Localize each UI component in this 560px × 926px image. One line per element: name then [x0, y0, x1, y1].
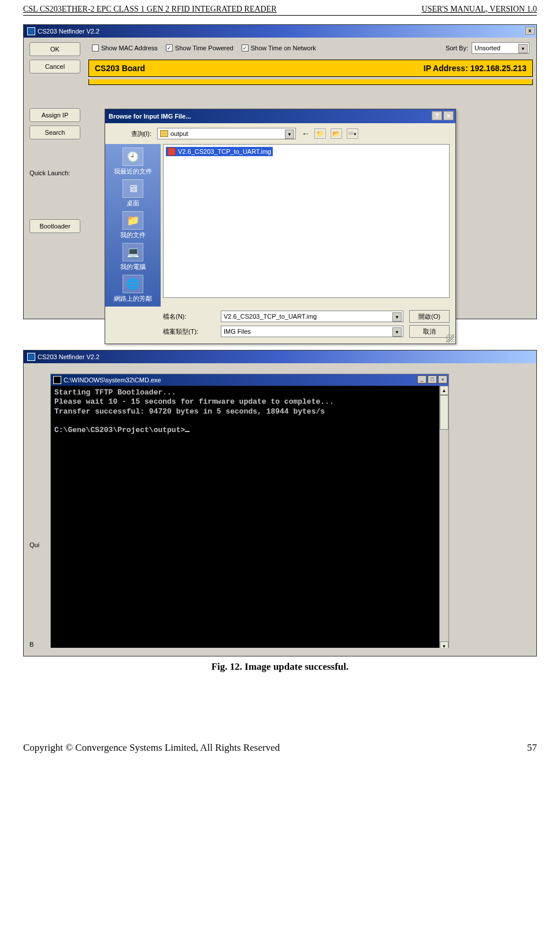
netfinder2-titlebar: CS203 Netfinder V2.2 [24, 351, 536, 363]
places-computer[interactable]: 💻我的電腦 [106, 242, 160, 272]
cmd-title-text: C:\WINDOWS\system32\CMD.exe [64, 377, 161, 383]
screenshot-1: CS203 Netfinder V2.2 × OK Cancel Assign … [23, 24, 537, 319]
show-time-powered-checkbox[interactable]: ✓ Show Time Powered [166, 45, 233, 51]
netfinder-title: CS203 Netfinder V2.2 [38, 28, 99, 35]
search-button[interactable]: Search [29, 126, 80, 139]
doc-header-right: USER'S MANUAL, VERSION 1.0 [422, 5, 537, 14]
places-bar: 🕘我最近的文件 🖥桌面 📁我的文件 💻我的電腦 🌐網路上的芳鄰 [105, 144, 161, 307]
device-row[interactable]: CS203 Board IP Address: 192.168.25.213 [88, 60, 533, 77]
checkbox-icon: ✓ [242, 45, 249, 51]
scrollbar[interactable]: ▲ ▼ [439, 386, 448, 651]
cancel-button[interactable]: Cancel [29, 60, 80, 73]
quick-launch-hint: Qui [29, 541, 39, 548]
app-icon [27, 353, 35, 361]
filename-value: V2.6_CS203_TCP_to_UART.img [224, 313, 317, 320]
quick-launch-label: Quick Launch: [29, 167, 80, 179]
scroll-track[interactable] [440, 430, 448, 641]
file-dialog-nav: ← 📁 📂 𝄘▾ [302, 128, 358, 139]
checkbox-icon [92, 45, 99, 51]
netfinder-titlebar: CS203 Netfinder V2.2 × [24, 25, 536, 38]
scroll-up-icon[interactable]: ▲ [440, 386, 448, 395]
open-button[interactable]: 開啟(O) [409, 310, 450, 323]
filename-input[interactable]: V2.6_CS203_TCP_to_UART.img [221, 311, 403, 322]
lookin-label: 查詢(I): [111, 130, 151, 138]
netfinder2-title: CS203 Netfinder V2.2 [38, 353, 99, 360]
folder-icon [160, 130, 168, 137]
dialog-cancel-button[interactable]: 取消 [409, 325, 450, 338]
bootloader-hint: B [29, 641, 39, 648]
recent-icon: 🕘 [123, 147, 143, 166]
device-row-details [88, 79, 533, 85]
file-item-selected[interactable]: V2.6_CS203_TCP_to_UART.img [166, 147, 273, 156]
cmd-window: C:\WINDOWS\system32\CMD.exe _ □ × Starti… [50, 374, 449, 651]
computer-icon: 💻 [123, 243, 143, 261]
close-icon[interactable]: × [443, 111, 454, 120]
doc-footer: Copyright © Convergence Systems Limited,… [23, 742, 537, 754]
places-recent[interactable]: 🕘我最近的文件 [106, 146, 160, 177]
maximize-icon[interactable]: □ [428, 375, 437, 383]
close-icon[interactable]: × [438, 375, 447, 383]
doc-header-left: CSL CS203ETHER-2 EPC CLASS 1 GEN 2 RFID … [23, 5, 277, 14]
cmd-titlebar: C:\WINDOWS\system32\CMD.exe _ □ × [51, 374, 448, 386]
close-icon[interactable]: × [525, 27, 535, 35]
filename-label: 檔名(N): [163, 312, 215, 321]
assign-ip-button[interactable]: Assign IP [29, 108, 80, 122]
file-dialog-bottom: 檔名(N): V2.6_CS203_TCP_to_UART.img 檔案類型(T… [105, 307, 455, 344]
sort-by-label: Sort By: [446, 45, 468, 51]
filetype-label: 檔案類型(T): [163, 327, 215, 336]
filetype-select[interactable]: IMG Files [221, 326, 403, 337]
fig2-caption: Fig. 12. Image update successful. [23, 661, 537, 673]
show-mac-label: Show MAC Address [101, 45, 158, 51]
lookin-select[interactable]: output [157, 128, 296, 139]
places-desktop[interactable]: 🖥桌面 [106, 178, 160, 209]
device-board: CS203 Board [95, 64, 145, 73]
up-folder-icon[interactable]: 📁 [314, 128, 326, 139]
show-time-network-checkbox[interactable]: ✓ Show Time on Network [242, 45, 316, 51]
file-dialog-top: 查詢(I): output ← 📁 📂 𝄘▾ [105, 123, 455, 144]
back-arrow-icon[interactable]: ← [302, 129, 310, 138]
netfinder2-statusbar [24, 648, 536, 656]
footer-left: Copyright © Convergence Systems Limited,… [23, 742, 280, 754]
resize-grip-icon[interactable] [446, 334, 454, 342]
sort-by-value: Unsorted [474, 45, 500, 51]
file-item-label: V2.6_CS203_TCP_to_UART.img [178, 148, 271, 155]
sort-by-select[interactable]: Unsorted [472, 42, 529, 54]
show-mac-checkbox[interactable]: Show MAC Address [92, 45, 158, 51]
places-network[interactable]: 🌐網路上的芳鄰 [106, 274, 160, 304]
show-time-powered-label: Show Time Powered [175, 45, 233, 51]
cmd-icon [53, 376, 61, 384]
device-ip: IP Address: 192.168.25.213 [424, 64, 526, 73]
netfinder-toolbar: Show MAC Address ✓ Show Time Powered ✓ S… [87, 40, 534, 56]
lookin-value: output [170, 130, 188, 137]
file-list[interactable]: V2.6_CS203_TCP_to_UART.img [163, 144, 450, 298]
cmd-body: Starting TFTP Bootloader... Please wait … [51, 386, 448, 651]
filetype-value: IMG Files [224, 328, 251, 335]
cmd-output: Starting TFTP Bootloader... Please wait … [51, 386, 448, 437]
bootloader-button[interactable]: Bootloader [29, 219, 80, 233]
scroll-thumb[interactable] [440, 395, 448, 430]
footer-page: 57 [527, 742, 537, 754]
cursor-icon [185, 431, 190, 432]
desktop-icon: 🖥 [123, 179, 143, 198]
places-documents[interactable]: 📁我的文件 [106, 210, 160, 241]
help-icon[interactable]: ? [432, 111, 442, 120]
doc-header: CSL CS203ETHER-2 EPC CLASS 1 GEN 2 RFID … [23, 0, 537, 16]
file-dialog-title: Browse for Input IMG File... [109, 113, 191, 120]
file-dialog-titlebar: Browse for Input IMG File... ? × [105, 109, 455, 123]
netfinder-left-controls: OK Cancel Assign IP Search Quick Launch:… [26, 40, 84, 235]
checkbox-icon: ✓ [166, 45, 173, 51]
netfinder2-left-hints: Qui B [29, 391, 39, 648]
show-time-network-label: Show Time on Network [251, 45, 316, 51]
documents-icon: 📁 [123, 211, 143, 230]
minimize-icon[interactable]: _ [417, 375, 427, 383]
network-icon: 🌐 [123, 275, 143, 293]
img-file-icon [168, 147, 176, 156]
views-icon[interactable]: 𝄘▾ [347, 128, 358, 139]
file-dialog-main: 🕘我最近的文件 🖥桌面 📁我的文件 💻我的電腦 🌐網路上的芳鄰 V2.6_CS2… [105, 144, 455, 307]
new-folder-icon[interactable]: 📂 [331, 128, 342, 139]
app-icon [27, 27, 35, 35]
screenshot-2: CS203 Netfinder V2.2 Qui B C:\WINDOWS\sy… [23, 350, 537, 656]
file-dialog: Browse for Input IMG File... ? × 查詢(I): … [105, 109, 456, 344]
ok-button[interactable]: OK [29, 42, 80, 56]
